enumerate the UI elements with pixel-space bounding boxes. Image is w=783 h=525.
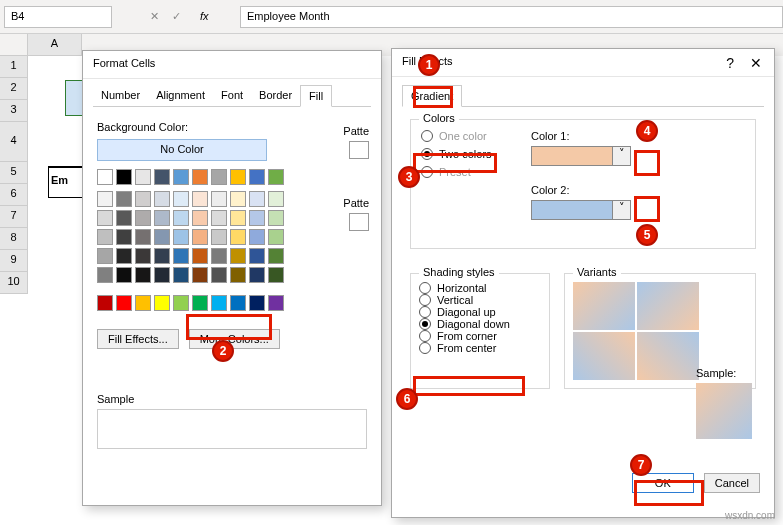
color-swatch[interactable] (268, 191, 284, 207)
variant-1[interactable] (573, 282, 635, 330)
color-swatch[interactable] (211, 267, 227, 283)
color-swatch[interactable] (211, 295, 227, 311)
color-swatch[interactable] (230, 295, 246, 311)
row-header-2[interactable]: 2 (0, 78, 28, 100)
color-swatch[interactable] (135, 191, 151, 207)
color-swatch[interactable] (230, 248, 246, 264)
color-swatch[interactable] (154, 248, 170, 264)
color-swatch[interactable] (249, 295, 265, 311)
color-swatch[interactable] (97, 169, 113, 185)
radio-from-center[interactable]: From center (419, 342, 541, 354)
color-swatch[interactable] (135, 210, 151, 226)
color1-dropdown[interactable]: ˅ (531, 146, 631, 166)
color-swatch[interactable] (135, 229, 151, 245)
color-swatch[interactable] (192, 267, 208, 283)
color-swatch[interactable] (249, 248, 265, 264)
check-icon[interactable]: ✓ (172, 10, 181, 23)
color-swatch[interactable] (211, 229, 227, 245)
color-swatch[interactable] (97, 191, 113, 207)
color-swatch[interactable] (116, 169, 132, 185)
pattern-style-dropdown[interactable] (349, 213, 369, 231)
color-swatch[interactable] (116, 267, 132, 283)
cancel-button[interactable]: Cancel (704, 473, 760, 493)
row-header-6[interactable]: 6 (0, 184, 28, 206)
color-swatch[interactable] (211, 248, 227, 264)
cancel-icon[interactable]: ✕ (150, 10, 159, 23)
color-swatch[interactable] (135, 169, 151, 185)
tab-border[interactable]: Border (251, 85, 300, 106)
color-swatch[interactable] (268, 229, 284, 245)
col-header-a[interactable]: A (28, 34, 82, 56)
color-swatch[interactable] (173, 210, 189, 226)
color-swatch[interactable] (249, 267, 265, 283)
color-swatch[interactable] (249, 210, 265, 226)
help-icon[interactable]: ? (726, 55, 734, 71)
color-swatch[interactable] (211, 210, 227, 226)
color-swatch[interactable] (230, 191, 246, 207)
close-icon[interactable]: ✕ (750, 55, 762, 71)
color-swatch[interactable] (192, 248, 208, 264)
color-swatch[interactable] (192, 295, 208, 311)
radio-from-corner[interactable]: From corner (419, 330, 541, 342)
color-swatch[interactable] (135, 295, 151, 311)
variant-4[interactable] (637, 332, 699, 380)
color-swatch[interactable] (97, 295, 113, 311)
color-swatch[interactable] (173, 267, 189, 283)
color-swatch[interactable] (154, 169, 170, 185)
row-header-8[interactable]: 8 (0, 228, 28, 250)
color-swatch[interactable] (154, 295, 170, 311)
color-swatch[interactable] (116, 210, 132, 226)
color-swatch[interactable] (268, 210, 284, 226)
color-swatch[interactable] (97, 229, 113, 245)
color-swatch[interactable] (116, 295, 132, 311)
color-swatch[interactable] (192, 169, 208, 185)
color-swatch[interactable] (116, 229, 132, 245)
tab-font[interactable]: Font (213, 85, 251, 106)
select-all-triangle[interactable] (0, 34, 28, 56)
color-swatch[interactable] (192, 210, 208, 226)
color-swatch[interactable] (97, 210, 113, 226)
color-swatch[interactable] (154, 229, 170, 245)
color-swatch[interactable] (230, 267, 246, 283)
radio-one-color[interactable]: One color (421, 130, 531, 142)
radio-horizontal[interactable]: Horizontal (419, 282, 541, 294)
color-swatch[interactable] (154, 210, 170, 226)
color-swatch[interactable] (173, 169, 189, 185)
tab-fill[interactable]: Fill (300, 85, 332, 107)
color-swatch[interactable] (230, 210, 246, 226)
tab-number[interactable]: Number (93, 85, 148, 106)
radio-diagonal-down[interactable]: Diagonal down (419, 318, 541, 330)
row-header-7[interactable]: 7 (0, 206, 28, 228)
color-swatch[interactable] (97, 267, 113, 283)
color-swatch[interactable] (268, 295, 284, 311)
row-header-5[interactable]: 5 (0, 162, 28, 184)
pattern-color-dropdown[interactable] (349, 141, 369, 159)
color-swatch[interactable] (116, 248, 132, 264)
color-swatch[interactable] (154, 267, 170, 283)
color-swatch[interactable] (154, 191, 170, 207)
color-swatch[interactable] (116, 191, 132, 207)
row-header-1[interactable]: 1 (0, 56, 28, 78)
color-swatch[interactable] (173, 248, 189, 264)
color-swatch[interactable] (211, 169, 227, 185)
color-swatch[interactable] (173, 191, 189, 207)
no-color-button[interactable]: No Color (97, 139, 267, 161)
row-header-10[interactable]: 10 (0, 272, 28, 294)
color-swatch[interactable] (135, 248, 151, 264)
color-swatch[interactable] (268, 267, 284, 283)
color-swatch[interactable] (173, 229, 189, 245)
color-swatch[interactable] (249, 169, 265, 185)
row-header-4[interactable]: 4 (0, 122, 28, 162)
color-swatch[interactable] (249, 191, 265, 207)
color-swatch[interactable] (135, 267, 151, 283)
color-swatch[interactable] (211, 191, 227, 207)
tab-alignment[interactable]: Alignment (148, 85, 213, 106)
color2-dropdown[interactable]: ˅ (531, 200, 631, 220)
color-swatch[interactable] (249, 229, 265, 245)
variant-2[interactable] (637, 282, 699, 330)
row-header-3[interactable]: 3 (0, 100, 28, 122)
color-swatch[interactable] (268, 169, 284, 185)
color-swatch[interactable] (192, 191, 208, 207)
formula-bar[interactable]: Employee Month (240, 6, 783, 28)
row-header-9[interactable]: 9 (0, 250, 28, 272)
